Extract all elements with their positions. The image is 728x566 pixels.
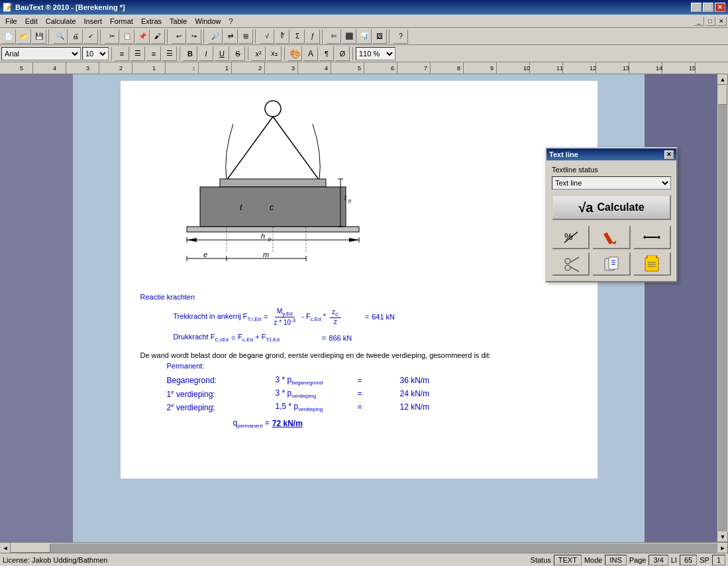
find-button[interactable]: 🔎 (208, 29, 223, 44)
color-button[interactable]: 🎨 (287, 46, 302, 61)
page-content[interactable]: t c t p h p (73, 74, 645, 542)
open-button[interactable]: 📂 (17, 29, 31, 44)
menu-window[interactable]: Window (191, 16, 225, 27)
menu-insert[interactable]: Insert (80, 16, 107, 27)
percent-fraction-button[interactable]: % (552, 225, 590, 249)
align-center-button[interactable]: ☰ (130, 46, 145, 61)
strikethrough-button[interactable]: S (231, 46, 245, 61)
menu-file[interactable]: File (1, 16, 21, 27)
menu-calculate[interactable]: Calculate (42, 16, 80, 27)
bold-button[interactable]: B (183, 46, 197, 61)
svg-marker-17 (349, 238, 359, 242)
menu-edit[interactable]: Edit (21, 16, 42, 27)
undo-button[interactable]: ↩ (172, 29, 186, 44)
drukkracht-eq2: = (322, 334, 326, 342)
textline-status-select[interactable]: Text line (552, 176, 671, 190)
trekkracht-minus: - Fc,Ed * (301, 312, 326, 322)
new-button[interactable]: 📄 (1, 29, 16, 44)
zoom-selector[interactable]: 110 % (356, 47, 395, 60)
hscroll-left-button[interactable]: ◄ (0, 543, 11, 553)
align-right-button[interactable]: ≡ (146, 46, 161, 61)
trekkracht-eq2: = (365, 313, 369, 321)
symbol-button[interactable]: Ø (335, 46, 350, 61)
license-text: License: Jakob Udding/Bathmen (3, 556, 107, 564)
drukkracht-formula: Fc,Ed + FT,I,Ed (238, 333, 279, 343)
spellcheck-button[interactable]: ✓ (83, 29, 98, 44)
structural-diagram: t c t p h p (160, 94, 386, 286)
paragraph-button[interactable]: ¶ (319, 46, 334, 61)
menu-format[interactable]: Format (106, 16, 137, 27)
dialog-close-button[interactable]: ✕ (664, 150, 674, 159)
copy-document-button[interactable] (592, 252, 630, 276)
svg-rect-3 (220, 179, 326, 187)
redo-button[interactable]: ↪ (187, 29, 201, 44)
underline-button[interactable]: U (215, 46, 229, 61)
highlight-button[interactable]: A (303, 46, 318, 61)
insert-table-button[interactable]: ⊞ (238, 29, 253, 44)
replace-button[interactable]: ⇄ (223, 29, 238, 44)
drukkracht-label: Drukkracht FC,rEd (174, 333, 229, 343)
calculate-button[interactable]: √a Calculate (552, 195, 671, 220)
copy-button[interactable]: 📋 (120, 29, 134, 44)
scroll-down-button[interactable]: ▼ (717, 532, 728, 542)
insert-special-button[interactable]: ⬛ (342, 29, 356, 44)
subscript-button[interactable]: x₂ (267, 46, 282, 61)
toolbar-sep-2 (100, 29, 103, 44)
arrows-button[interactable] (633, 225, 671, 249)
svg-marker-33 (612, 241, 618, 245)
scroll-track[interactable] (718, 85, 727, 532)
scroll-up-button[interactable]: ▲ (717, 74, 728, 85)
paste-clipboard-button[interactable] (633, 252, 671, 276)
ruler: 5 4 3 2 1 ↕ 1 2 3 4 5 6 7 8 9 10 11 12 1… (0, 62, 728, 74)
right-margin: Text line ✕ Textline status Text line √a… (645, 74, 717, 542)
inner-maximize-button[interactable]: □ (705, 17, 715, 26)
italic-button[interactable]: I (199, 46, 213, 61)
help-button[interactable]: ? (393, 29, 408, 44)
cut-button[interactable]: ✂ (105, 29, 119, 44)
paste-button[interactable]: 📌 (135, 29, 150, 44)
graph-button[interactable]: 📊 (357, 29, 372, 44)
scissors-button[interactable]: ✄ (327, 29, 341, 44)
hscroll-right-button[interactable]: ► (717, 543, 728, 553)
inner-window-controls: _ □ ✕ (694, 17, 727, 26)
align-left-button[interactable]: ≡ (115, 46, 129, 61)
inner-minimize-button[interactable]: _ (694, 17, 704, 26)
sum-button[interactable]: Σ (290, 29, 305, 44)
function-button[interactable]: ƒ (305, 29, 320, 44)
svg-line-1 (227, 117, 273, 180)
format-painter-button[interactable]: 🖌 (150, 29, 165, 44)
mode-value: INS (605, 555, 626, 565)
status-label: Status (531, 556, 551, 564)
sqrt-button[interactable]: ∛ (275, 29, 289, 44)
textline-dialog[interactable]: Text line ✕ Textline status Text line √a… (545, 147, 678, 282)
superscript-button[interactable]: x² (251, 46, 266, 61)
menu-table[interactable]: Table (166, 16, 191, 27)
dialog-action-buttons (552, 252, 671, 276)
page-label: Page (629, 556, 647, 564)
formula-button[interactable]: √ (260, 29, 274, 44)
inner-close-button[interactable]: ✕ (716, 17, 727, 26)
svg-text:t: t (344, 194, 347, 201)
maximize-button[interactable]: □ (703, 3, 713, 12)
menu-help[interactable]: ? (225, 16, 237, 27)
font-size-selector[interactable]: 10 (82, 47, 109, 60)
scroll-thumb[interactable] (718, 85, 727, 105)
hscroll-track[interactable] (11, 543, 717, 553)
print-preview-button[interactable]: 🔍 (53, 29, 68, 44)
align-justify-button[interactable]: ☰ (162, 46, 177, 61)
menu-extras[interactable]: Extras (137, 16, 166, 27)
minimize-button[interactable]: _ (691, 3, 702, 12)
print-button[interactable]: 🖨 (68, 29, 83, 44)
image-button[interactable]: 🖼 (372, 29, 387, 44)
scissors-button[interactable] (552, 252, 590, 276)
close-button[interactable]: ✕ (715, 3, 725, 12)
edit-button[interactable] (592, 225, 630, 249)
toolbar-sep-4 (203, 29, 206, 44)
font-selector[interactable]: Arial (1, 47, 81, 60)
hscroll-thumb[interactable] (11, 543, 50, 553)
q-label: qpermanent = (233, 418, 270, 429)
vertical-scrollbar: ▲ ▼ (717, 74, 728, 542)
li-value: 65 (680, 555, 697, 565)
save-button[interactable]: 💾 (32, 29, 46, 44)
svg-text:e: e (203, 251, 207, 258)
